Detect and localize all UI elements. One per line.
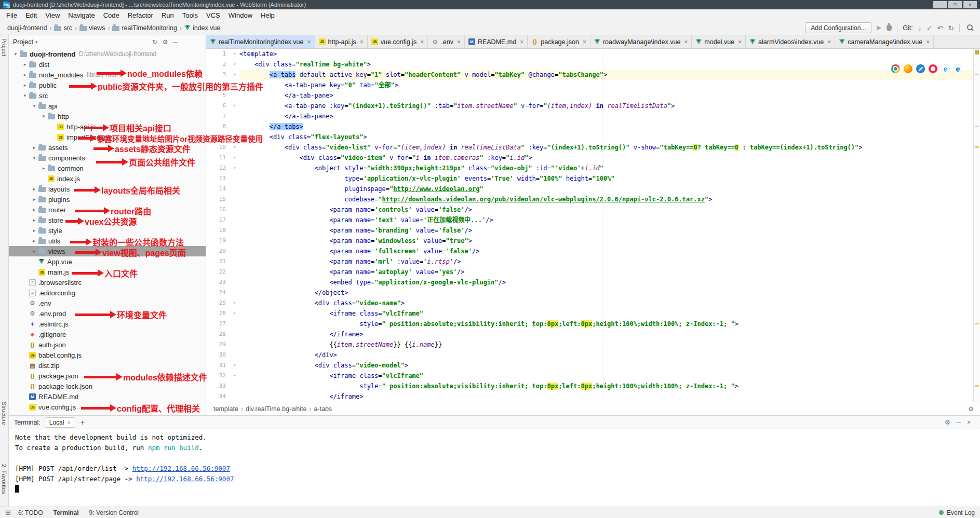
menu-refactor[interactable]: Refactor (124, 11, 157, 19)
tree-item-http[interactable]: ▾http (9, 111, 206, 121)
menu-file[interactable]: File (2, 11, 21, 19)
menu-edit[interactable]: Edit (21, 11, 41, 19)
code-line-4[interactable]: 4▾ <a-tab-pane key="0" tab="全部"> (206, 80, 980, 90)
fold-icon[interactable]: ▾ (230, 70, 239, 80)
code-line-1[interactable]: 1▾<template> (206, 49, 980, 59)
chevron-icon[interactable]: ▸ (31, 186, 38, 192)
menu-tools[interactable]: Tools (178, 11, 202, 19)
chevron-icon[interactable]: ▸ (21, 83, 29, 88)
tree-item-style[interactable]: ▸style (9, 225, 206, 236)
chevron-icon[interactable]: ▸ (21, 62, 29, 67)
run-icon[interactable] (877, 25, 881, 31)
fold-icon[interactable]: ▾ (230, 80, 239, 90)
opera-icon[interactable] (929, 64, 937, 73)
chevron-icon[interactable]: ▸ (31, 238, 38, 243)
editor-tab-alarmvideos-index-vue[interactable]: alarmVideos\index.vue× (746, 35, 835, 48)
menu-window[interactable]: Window (224, 11, 257, 19)
tree-item-app-vue[interactable]: App.vue (9, 256, 206, 267)
tool-stripe-2-favorites[interactable]: 2: Favorites (1, 464, 7, 494)
code-line-26[interactable]: 26▾ <iframe class="vlcIframe" (206, 308, 980, 319)
code-line-17[interactable]: 17 <param name='text' value='正在加载视频中...'… (206, 215, 980, 225)
tree-item-duoji-frontend[interactable]: ▾duoji-frontendD:\zheheWeb\duoji-fronten… (9, 49, 206, 59)
menu-view[interactable]: View (41, 11, 64, 19)
code-line-2[interactable]: 2▾ <div class="realTime bg-white"> (206, 59, 980, 70)
tree-item-index-js[interactable]: JSindex.js (9, 173, 206, 184)
editor-breadcrumb-template[interactable]: template (212, 405, 239, 413)
code-line-21[interactable]: 21 <param name='mrl' :value='i.rtsp'/> (206, 256, 980, 267)
add-configuration-button[interactable]: Add Configuration... (805, 22, 871, 33)
close-tab-icon[interactable]: × (360, 38, 364, 46)
fold-icon[interactable]: ▾ (230, 308, 239, 319)
close-tab-icon[interactable]: × (583, 38, 586, 46)
git-update-icon[interactable]: ↓ (918, 24, 922, 32)
hide-panel-icon[interactable]: ─ (173, 38, 178, 46)
edge-icon[interactable]: e (954, 64, 962, 73)
editor-tab-readme-md[interactable]: MREADME.md× (465, 35, 528, 48)
maximize-button[interactable]: □ (948, 1, 962, 8)
statusbar-terminal[interactable]: Terminal (53, 509, 78, 516)
git-commit-icon[interactable]: ✓ (927, 24, 933, 32)
tree-item-browserslistrc[interactable]: ≡.browserslistrc (9, 277, 206, 288)
menu-help[interactable]: Help (257, 11, 279, 19)
fold-icon[interactable]: ▾ (230, 49, 239, 59)
code-line-18[interactable]: 18 <param name='branding' value='false'/… (206, 225, 980, 236)
minimize-icon[interactable]: ─ (956, 419, 961, 426)
debug-icon[interactable] (887, 24, 892, 31)
chevron-icon[interactable]: ▾ (40, 114, 47, 119)
tree-item-babel-config-js[interactable]: JSbabel.config.js (9, 350, 206, 360)
editor-tab-roadwaymanage-index-vue[interactable]: roadwayManage\index.vue× (590, 35, 692, 48)
code-editor[interactable]: 1▾<template>2▾ <div class="realTime bg-w… (206, 49, 980, 402)
editor-tab-realtimemonitoring-index-vue[interactable]: realTimeMonitoring\index.vue× (206, 35, 315, 48)
fold-icon[interactable]: ▾ (230, 371, 239, 381)
new-session-icon[interactable]: + (78, 418, 87, 427)
editor-breadcrumb-div-realtime-bg-white[interactable]: div.realTime.bg-white (245, 405, 307, 413)
fold-icon[interactable]: ▾ (230, 163, 239, 173)
breadcrumb-index-vue[interactable]: index.vue (183, 24, 222, 32)
tree-item-layouts[interactable]: ▸layouts (9, 184, 206, 194)
code-line-7[interactable]: 7 </a-tab-pane> (206, 111, 980, 121)
terminal-link[interactable]: http://192.168.66.56:9007 (136, 475, 234, 483)
code-line-16[interactable]: 16 <param name='controls' value='false'/… (206, 205, 980, 215)
tree-item-plugins[interactable]: ▸plugins (9, 194, 206, 205)
internet-explorer-icon[interactable]: e (941, 64, 950, 73)
chevron-icon[interactable]: ▸ (31, 197, 38, 202)
tree-item-package-lock-json[interactable]: {}package-lock.json (9, 381, 206, 391)
close-tab-icon[interactable]: × (457, 38, 461, 46)
chevron-icon[interactable]: ▸ (31, 145, 38, 150)
stripe-mark[interactable] (975, 146, 979, 148)
git-history-icon[interactable]: ↻ (948, 24, 954, 32)
statusbar-9-version-control[interactable]: 9: Version Control (89, 509, 139, 516)
code-line-23[interactable]: 23 <embed type="application/x-google-vlc… (206, 277, 980, 288)
code-line-28[interactable]: 28 </iframe> (206, 329, 980, 339)
code-line-15[interactable]: 15 codebase="http://downloads.videolan.o… (206, 194, 980, 205)
close-tab-icon[interactable]: × (738, 38, 742, 46)
tree-item-dist-zip[interactable]: ▤dist.zip (9, 360, 206, 371)
git-rollback-icon[interactable]: ↶ (937, 24, 944, 32)
tree-item-api[interactable]: ▾api (9, 101, 206, 111)
menu-code[interactable]: Code (99, 11, 124, 19)
stripe-mark[interactable] (975, 74, 979, 75)
tree-item-readme-md[interactable]: MREADME.md (9, 391, 206, 402)
code-line-24[interactable]: 24 </object> (206, 288, 980, 298)
code-line-33[interactable]: 33 style=" position:absolute;visibility:… (206, 381, 980, 391)
code-line-27[interactable]: 27 style=" position:absolute;visibility:… (206, 319, 980, 329)
fold-icon[interactable]: ▾ (230, 101, 239, 111)
chevron-icon[interactable]: ▾ (31, 155, 38, 160)
tree-item-router[interactable]: ▸router (9, 205, 206, 215)
stripe-mark[interactable] (975, 385, 979, 387)
inspection-indicator-icon[interactable] (975, 50, 979, 54)
editor-tab-model-vue[interactable]: model.vue× (692, 35, 746, 48)
stripe-mark[interactable] (975, 126, 979, 127)
close-tab-icon[interactable]: × (420, 38, 424, 46)
tree-item-gitignore[interactable]: ◆.gitignore (9, 329, 206, 339)
tool-stripe-structure[interactable]: Structure (1, 402, 7, 425)
tree-item-env[interactable]: ⚙.env (9, 298, 206, 308)
firefox-icon[interactable] (904, 64, 912, 73)
editor-tab-env[interactable]: ⚙.env× (428, 35, 465, 48)
breadcrumb-realtimemonitoring[interactable]: realTimeMonitoring (111, 24, 178, 32)
code-line-5[interactable]: 5 </a-tab-pane> (206, 90, 980, 101)
tree-item-vue-config-js[interactable]: JSvue.config.js (9, 402, 206, 412)
code-line-31[interactable]: 31▾ <div class="video-model"> (206, 360, 980, 371)
breadcrumb-src[interactable]: src (53, 24, 73, 32)
fold-icon[interactable]: ▾ (230, 298, 239, 308)
